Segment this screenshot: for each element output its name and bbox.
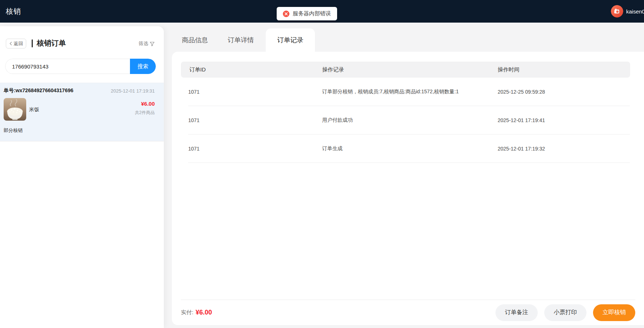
- order-time: 2025-12-01 17:19:31: [111, 88, 155, 94]
- topbar: 核销 服务器内部错误 kaisen0: [0, 0, 644, 23]
- sidebar-header: 返回 核销订单 筛选: [0, 37, 164, 50]
- filter-label: 筛选: [139, 40, 148, 47]
- title-accent-bar: [32, 39, 33, 47]
- order-item-count: 共2件商品: [135, 110, 155, 116]
- paid-label: 实付:: [181, 309, 193, 316]
- paid-amount: ¥6.00: [195, 309, 212, 316]
- cell-order-id: 1071: [188, 89, 322, 95]
- user-menu[interactable]: kaisen0: [611, 0, 644, 23]
- order-amount-block: ¥6.00 共2件商品: [135, 101, 155, 116]
- cell-action-time: 2025-12-25 09:59:28: [498, 89, 630, 95]
- app-title: 核销: [6, 7, 21, 16]
- order-list-sidebar: 返回 核销订单 筛选 搜索 单号:wx726849276604317696 20…: [0, 26, 164, 328]
- back-button[interactable]: 返回: [6, 39, 26, 48]
- records-table-body: 1071 订单部分核销，核销成员:7,核销商品:商品id:1572,核销数量:1…: [188, 78, 630, 163]
- verify-now-button[interactable]: 立即核销: [593, 304, 635, 321]
- order-number: 单号:wx726849276604317696: [4, 87, 74, 94]
- cell-action-record: 订单生成: [322, 145, 498, 152]
- filter-button[interactable]: 筛选: [139, 40, 155, 47]
- table-row: 1071 订单生成 2025-12-01 17:19:32: [188, 134, 630, 163]
- search-button[interactable]: 搜索: [130, 59, 156, 74]
- error-toast: 服务器内部错误: [277, 7, 337, 20]
- order-list-item[interactable]: 单号:wx726849276604317696 2025-12-01 17:19…: [0, 83, 164, 141]
- tab-order-records[interactable]: 订单记录: [266, 28, 315, 52]
- order-remark-button[interactable]: 订单备注: [495, 304, 538, 321]
- cell-action-time: 2025-12-01 17:19:41: [498, 117, 630, 123]
- order-status-badge: 部分核销: [4, 127, 23, 134]
- receipt-print-button[interactable]: 小票打印: [544, 304, 586, 321]
- action-footer: 实付: ¥6.00 订单备注 小票打印 立即核销: [181, 300, 635, 325]
- error-toast-text: 服务器内部错误: [293, 10, 331, 17]
- col-order-id: 订单ID: [181, 66, 322, 73]
- col-action-time: 操作时间: [498, 66, 630, 73]
- product-image: [4, 98, 26, 121]
- order-records-panel: 订单ID 操作记录 操作时间 1071 订单部分核销，核销成员:7,核销商品:商…: [172, 52, 644, 325]
- table-row: 1071 订单部分核销，核销成员:7,核销商品:商品id:1572,核销数量:1…: [188, 78, 630, 106]
- search-input[interactable]: [5, 59, 130, 74]
- order-price: ¥6.00: [135, 101, 155, 107]
- user-name[interactable]: kaisen0: [626, 8, 644, 15]
- order-search: 搜索: [5, 59, 156, 74]
- col-action-record: 操作记录: [322, 66, 498, 73]
- cell-order-id: 1071: [188, 146, 322, 152]
- page-title: 核销订单: [37, 38, 66, 48]
- error-icon: [283, 11, 289, 17]
- user-avatar[interactable]: [611, 5, 623, 17]
- cell-action-record: 用户付款成功: [322, 117, 498, 124]
- tab-order-detail[interactable]: 订单详情: [216, 28, 265, 52]
- tab-product-info[interactable]: 商品信息: [170, 28, 220, 52]
- product-name: 米饭: [29, 106, 39, 113]
- cell-action-record: 订单部分核销，核销成员:7,核销商品:商品id:1572,核销数量:1: [322, 89, 498, 95]
- records-table-header: 订单ID 操作记录 操作时间: [181, 62, 630, 78]
- funnel-icon: [150, 42, 155, 46]
- back-button-label: 返回: [14, 40, 23, 47]
- chevron-left-icon: [9, 42, 12, 46]
- table-row: 1071 用户付款成功 2025-12-01 17:19:41: [188, 106, 630, 134]
- cell-action-time: 2025-12-01 17:19:32: [498, 146, 630, 152]
- footer-buttons: 订单备注 小票打印 立即核销: [495, 304, 635, 321]
- order-card-header: 单号:wx726849276604317696 2025-12-01 17:19…: [4, 87, 155, 94]
- cell-order-id: 1071: [188, 117, 322, 123]
